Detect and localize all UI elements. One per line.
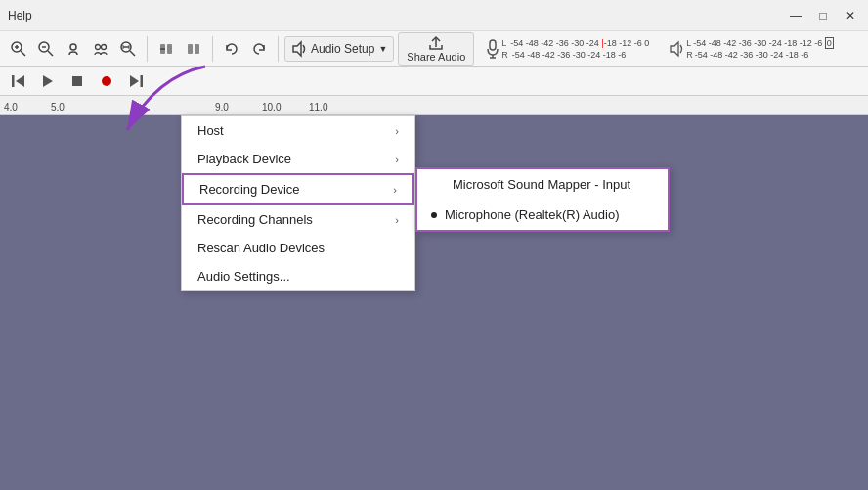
- trim-right-button[interactable]: [181, 36, 206, 62]
- trim-right-icon: [186, 42, 201, 56]
- playback-left: L -54 -48 -42 -36 -30 -24 -18 -12 -6 0: [686, 38, 834, 48]
- vu-scale-bottom: -54 -48 -42 -36 -30 -24 -18 -6: [512, 50, 627, 60]
- fit-selection-icon: [93, 41, 108, 57]
- trim-tools: [153, 36, 213, 62]
- svg-marker-25: [671, 42, 678, 56]
- zoom-tools: [6, 36, 148, 62]
- audio-setup-button[interactable]: Audio Setup ▼: [284, 36, 394, 62]
- playback-meter-area: L -54 -48 -42 -36 -30 -24 -18 -12 -6 0 R…: [663, 38, 834, 60]
- share-audio-button[interactable]: Share Audio: [398, 32, 474, 66]
- svg-rect-19: [195, 44, 199, 54]
- dropdown-arrow-icon: ▼: [378, 44, 387, 54]
- menu-item-channels-label: Recording Channels: [197, 212, 313, 227]
- svg-marker-28: [43, 75, 53, 87]
- vu-right-row: R -54 -48 -42 -36 -30 -24 -18 -6: [501, 50, 649, 60]
- trim-left-icon: [158, 42, 174, 56]
- title-bar: Help — □ ✕: [0, 0, 868, 31]
- bullet-icon: [431, 212, 437, 218]
- chevron-right-icon: ›: [395, 214, 399, 226]
- menu-item-host-label: Host: [197, 123, 224, 138]
- menu-item-settings-label: Audio Settings...: [197, 269, 290, 284]
- svg-line-1: [21, 51, 25, 56]
- ruler-mark-10: 10.0: [262, 102, 282, 112]
- share-icon: [427, 35, 445, 51]
- zoom-in-icon: [11, 41, 26, 57]
- playback-vu-scales: L -54 -48 -42 -36 -30 -24 -18 -12 -6 0 R…: [686, 38, 834, 60]
- ruler-mark-4: 4.0: [4, 102, 23, 112]
- record-button[interactable]: [94, 68, 119, 94]
- play-button[interactable]: [35, 68, 61, 94]
- svg-point-8: [96, 44, 101, 49]
- window-controls: — □ ✕: [786, 6, 860, 25]
- svg-rect-26: [12, 75, 15, 87]
- stop-icon: [70, 74, 84, 88]
- svg-marker-32: [130, 75, 139, 87]
- stop-button[interactable]: [65, 68, 90, 94]
- vu-scale-top: -54 -48 -42 -36 -30 -24 |-18 -12 -6 0: [510, 38, 649, 48]
- svg-rect-18: [188, 44, 193, 54]
- menu-item-rescan[interactable]: Rescan Audio Devices: [182, 234, 414, 262]
- main-content: Host › Playback Device › Recording Devic…: [0, 115, 868, 490]
- svg-line-5: [48, 51, 53, 56]
- record-icon: [100, 74, 113, 88]
- svg-rect-31: [141, 75, 144, 87]
- submenu-item-mapper[interactable]: Microsoft Sound Mapper - Input: [417, 169, 668, 200]
- svg-line-11: [130, 51, 135, 56]
- chevron-right-icon: ›: [393, 184, 397, 196]
- menu-item-rescan-label: Rescan Audio Devices: [197, 241, 325, 255]
- chevron-right-icon: ›: [395, 125, 399, 137]
- zoom-in-button[interactable]: [6, 36, 31, 62]
- menu-item-host[interactable]: Host ›: [182, 116, 414, 145]
- transport-toolbar: [0, 67, 868, 96]
- svg-point-9: [102, 44, 107, 49]
- fit-icon: [65, 41, 81, 57]
- submenu-microphone-label: Microphone (Realtek(R) Audio): [445, 207, 619, 222]
- skip-forward-button[interactable]: [123, 68, 149, 94]
- svg-marker-20: [293, 42, 301, 56]
- fit-button[interactable]: [61, 36, 86, 62]
- zoom-out-icon: [38, 41, 54, 57]
- menu-item-playback[interactable]: Playback Device ›: [182, 145, 414, 173]
- speaker-icon: [291, 40, 309, 58]
- fit-selection-button[interactable]: [88, 36, 113, 62]
- redo-icon: [251, 41, 267, 57]
- menu-item-recording-label: Recording Device: [199, 182, 300, 197]
- recording-device-submenu: Microsoft Sound Mapper - Input Microphon…: [415, 167, 670, 232]
- ruler: 4.0 5.0 9.0 10.0 11.0: [0, 96, 868, 115]
- redo-button[interactable]: [246, 36, 272, 62]
- undo-button[interactable]: [219, 36, 244, 62]
- trim-left-button[interactable]: [153, 36, 179, 62]
- submenu-mapper-label: Microsoft Sound Mapper - Input: [453, 177, 630, 192]
- zoom-width-icon: [120, 41, 136, 57]
- svg-rect-16: [167, 44, 172, 54]
- zoom-out-button[interactable]: [33, 36, 59, 62]
- menu-item-audio-settings[interactable]: Audio Settings...: [182, 262, 414, 290]
- minimize-button[interactable]: —: [786, 6, 805, 25]
- maximize-button[interactable]: □: [813, 6, 833, 25]
- menu-item-recording-device[interactable]: Recording Device ›: [182, 173, 414, 205]
- close-button[interactable]: ✕: [841, 6, 860, 25]
- audio-setup-label: Audio Setup: [311, 42, 374, 56]
- ruler-mark-9: 9.0: [215, 102, 235, 112]
- share-audio-label: Share Audio: [407, 51, 465, 63]
- svg-marker-27: [16, 75, 24, 87]
- svg-rect-29: [72, 76, 82, 86]
- skip-forward-icon: [128, 74, 144, 88]
- vu-left-row: L -54 -48 -42 -36 -30 -24 |-18 -12 -6 0: [501, 38, 649, 48]
- chevron-right-icon: ›: [395, 154, 399, 165]
- ruler-mark-11: 11.0: [309, 102, 328, 112]
- skip-back-button[interactable]: [6, 68, 31, 94]
- svg-point-7: [70, 44, 76, 50]
- speaker-meter-icon: [669, 39, 686, 59]
- menu-item-recording-channels[interactable]: Recording Channels ›: [182, 205, 414, 234]
- undo-tools: [219, 36, 279, 62]
- zoom-width-button[interactable]: [115, 36, 141, 62]
- main-toolbar: Audio Setup ▼ Share Audio L -54 -48 -42 …: [0, 31, 868, 67]
- svg-point-30: [102, 76, 111, 86]
- play-icon: [41, 74, 55, 88]
- skip-back-icon: [11, 74, 26, 88]
- audio-setup-dropdown: Host › Playback Device › Recording Devic…: [181, 115, 415, 291]
- submenu-item-microphone[interactable]: Microphone (Realtek(R) Audio): [417, 200, 668, 230]
- menu-item-playback-label: Playback Device: [197, 152, 291, 166]
- svg-rect-22: [490, 40, 496, 50]
